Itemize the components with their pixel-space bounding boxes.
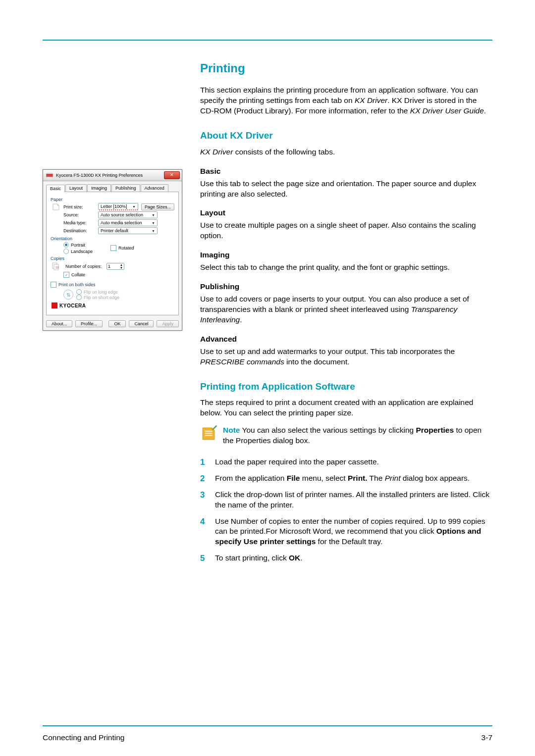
duplex-icon: ⇅	[63, 290, 73, 300]
tab-layout[interactable]: Layout	[65, 184, 87, 192]
about-lead-post: consists of the following tabs.	[233, 148, 335, 156]
chevron-down-icon: ▼	[132, 205, 136, 208]
step3-text: Click the drop-down list of printer name…	[215, 490, 489, 509]
chevron-down-icon: ▼	[152, 229, 155, 233]
footer-left: Connecting and Printing	[43, 733, 124, 742]
source-value: Auto source selection	[101, 212, 143, 217]
print-app-lead: The steps required to print a document c…	[200, 398, 492, 418]
destination-value: Printer default	[101, 228, 128, 233]
chevron-down-icon: ▼	[152, 221, 155, 225]
close-button[interactable]: ✕	[164, 171, 180, 179]
group-paper: Paper	[51, 197, 174, 202]
kx-driver-dialog-figure: Kyocera FS-1300D KX Printing Preferences…	[43, 169, 182, 331]
s2-post: dialog box appears.	[401, 474, 470, 482]
advanced-heading: Advanced	[200, 334, 492, 345]
chevron-down-icon: ▼	[152, 213, 155, 217]
destination-label: Destination:	[51, 228, 98, 233]
apply-button[interactable]: Apply	[157, 320, 179, 327]
cancel-button[interactable]: Cancel	[129, 320, 154, 327]
s5-pre: To start printing, click	[215, 554, 289, 562]
step-5: To start printing, click OK.	[200, 553, 492, 563]
landscape-label: Landscape	[71, 249, 93, 254]
paper-icon	[52, 202, 60, 211]
kyocera-mark-icon	[52, 302, 57, 308]
intro-text-3: .	[484, 106, 486, 115]
num-copies-label: Number of copies:	[65, 264, 102, 269]
about-lead: KX Driver consists of the following tabs…	[200, 147, 492, 157]
s2-mid2: The	[368, 474, 385, 482]
footer-right: 3-7	[482, 733, 492, 742]
group-copies: Copies	[51, 256, 174, 261]
advanced-desc: Use to set up and add watermarks to your…	[200, 347, 492, 367]
s5-b: OK	[289, 554, 300, 562]
layout-heading: Layout	[200, 208, 492, 218]
num-copies-value: 1	[108, 264, 110, 269]
kyocera-logo: KYOCERA	[51, 300, 174, 310]
flip-long-label: Flip on long edge	[84, 290, 118, 295]
source-select[interactable]: Auto source selection▼	[98, 211, 158, 218]
adv-pre: Use to set up and add watermarks to your…	[200, 347, 455, 355]
note-pre: You can also select the various settings…	[240, 426, 416, 434]
about-lead-it: KX Driver	[200, 148, 233, 156]
source-label: Source:	[51, 212, 98, 217]
top-rule	[43, 40, 492, 41]
group-orientation: Orientation	[51, 236, 174, 241]
page-footer: Connecting and Printing 3-7	[43, 733, 492, 742]
portrait-radio[interactable]	[63, 242, 69, 248]
tab-imaging[interactable]: Imaging	[87, 184, 111, 192]
step-2: From the application File menu, select P…	[200, 473, 492, 484]
profile-button[interactable]: Profile...	[75, 320, 103, 327]
tab-publishing[interactable]: Publishing	[111, 184, 140, 192]
dialog-titlebar: Kyocera FS-1300D KX Printing Preferences…	[43, 170, 182, 181]
about-kx-title: About KX Driver	[200, 129, 492, 142]
print-app-title: Printing from Application Software	[200, 380, 492, 393]
s4-post: for the Default tray.	[316, 537, 382, 546]
svg-text:12: 12	[55, 266, 59, 269]
media-type-label: Media type:	[51, 220, 98, 225]
printer-icon	[45, 171, 54, 180]
svg-rect-2	[48, 177, 52, 178]
intro-paragraph: This section explains the printing proce…	[200, 85, 492, 116]
collate-checkbox[interactable]: ✓	[63, 272, 69, 278]
s2-pre: From the application	[215, 474, 287, 482]
ok-button[interactable]: OK	[108, 320, 126, 327]
print-size-value: Letter [100%]	[101, 204, 127, 209]
landscape-radio[interactable]	[63, 249, 69, 254]
step-4: Use Number of copies to enter the number…	[200, 516, 492, 548]
basic-heading: Basic	[200, 166, 492, 177]
rotated-checkbox[interactable]	[110, 245, 116, 251]
note-icon	[200, 425, 217, 442]
flip-long-radio[interactable]	[76, 289, 82, 295]
duplex-checkbox[interactable]	[51, 282, 56, 288]
rotated-label: Rotated	[118, 246, 134, 251]
s2-b2: Print.	[348, 474, 368, 482]
note-bold: Properties	[416, 426, 454, 434]
num-copies-spinner[interactable]: 1▲▼	[107, 263, 124, 270]
adv-it: PRESCRIBE commands	[200, 357, 284, 366]
dialog-tabs: Basic Layout Imaging Publishing Advanced	[43, 181, 182, 192]
note-box: Note You can also select the various set…	[200, 425, 492, 446]
about-button[interactable]: About...	[46, 320, 72, 327]
page-sizes-button[interactable]: Page Sizes...	[141, 203, 174, 210]
media-type-select[interactable]: Auto media selection▼	[98, 219, 158, 226]
adv-post: into the document.	[284, 357, 350, 366]
note-label: Note	[223, 426, 240, 434]
dialog-title: Kyocera FS-1300D KX Printing Preferences	[56, 173, 143, 178]
copies-icon: 12	[52, 262, 60, 271]
step-1: Load the paper required into the paper c…	[200, 457, 492, 467]
kyocera-logo-text: KYOCERA	[59, 303, 86, 308]
svg-marker-12	[213, 425, 217, 430]
s5-post: .	[300, 554, 302, 562]
destination-select[interactable]: Printer default▼	[98, 227, 158, 234]
tab-advanced[interactable]: Advanced	[141, 184, 168, 192]
step1-text: Load the paper required into the paper c…	[215, 457, 379, 466]
s2-mid1: menu, select	[300, 474, 348, 482]
print-size-select[interactable]: Letter [100%]▼	[98, 203, 138, 210]
tab-basic[interactable]: Basic	[46, 185, 65, 192]
intro-guide: KX Driver User Guide	[410, 106, 484, 115]
pub-post: .	[240, 315, 242, 324]
flip-short-radio[interactable]	[76, 295, 82, 300]
media-type-value: Auto media selection	[101, 220, 142, 225]
svg-rect-0	[46, 174, 53, 177]
publishing-heading: Publishing	[200, 282, 492, 292]
